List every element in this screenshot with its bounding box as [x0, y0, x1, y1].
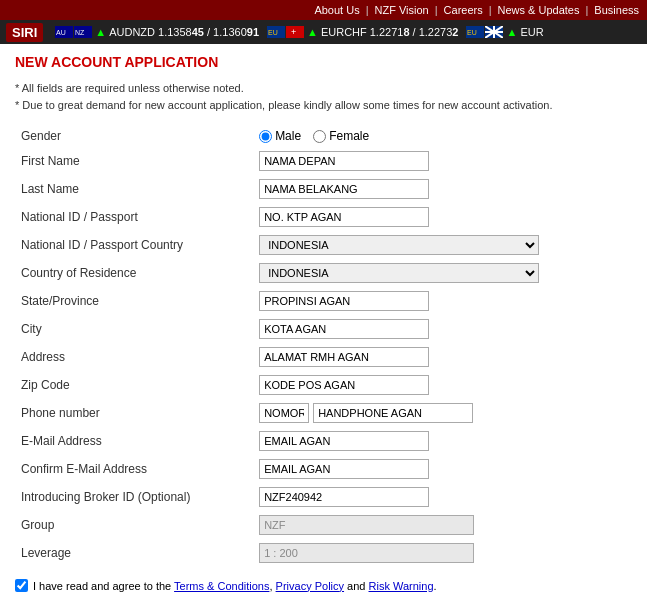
nav-sep-1: |	[366, 4, 369, 16]
aud-flag-icon: AU	[55, 26, 73, 38]
confirm-email-input[interactable]	[259, 459, 429, 479]
label-phone: Phone number	[15, 399, 253, 427]
field-first-name: First Name	[15, 147, 632, 175]
label-leverage: Leverage	[15, 539, 253, 567]
label-gender: Gender	[15, 125, 253, 147]
eur-flag-icon: EU	[267, 26, 285, 38]
gender-male-radio[interactable]	[259, 130, 272, 143]
label-email: E-Mail Address	[15, 427, 253, 455]
field-gender: Gender Male Female	[15, 125, 632, 147]
city-input[interactable]	[259, 319, 429, 339]
national-id-country-select[interactable]: INDONESIA MALAYSIA SINGAPORE	[259, 235, 539, 255]
first-name-input[interactable]	[259, 151, 429, 171]
note-required: * All fields are required unless otherwi…	[15, 80, 632, 113]
label-first-name: First Name	[15, 147, 253, 175]
label-national-id: National ID / Passport	[15, 203, 253, 231]
eurchf-pair: EURCHF	[321, 26, 367, 38]
page-content: NEW ACCOUNT APPLICATION * All fields are…	[0, 44, 647, 600]
address-input[interactable]	[259, 347, 429, 367]
phone-number-input[interactable]	[313, 403, 473, 423]
email-input[interactable]	[259, 431, 429, 451]
gender-female-label[interactable]: Female	[313, 129, 369, 143]
label-national-id-country: National ID / Passport Country	[15, 231, 253, 259]
label-state-province: State/Province	[15, 287, 253, 315]
field-last-name: Last Name	[15, 175, 632, 203]
nav-business[interactable]: Business	[594, 4, 639, 16]
gender-male-label[interactable]: Male	[259, 129, 301, 143]
label-address: Address	[15, 343, 253, 371]
terms-checkbox[interactable]	[15, 579, 28, 592]
gbp-flag-icon	[485, 26, 503, 38]
ticker-audnzd: AU NZ ▲ AUDNZD 1.135845 / 1.136091	[55, 26, 259, 38]
nav-about-us[interactable]: About Us	[314, 4, 359, 16]
label-zip-code: Zip Code	[15, 371, 253, 399]
field-email: E-Mail Address	[15, 427, 632, 455]
country-residence-select[interactable]: INDONESIA MALAYSIA SINGAPORE	[259, 263, 539, 283]
svg-text:NZ: NZ	[75, 29, 85, 36]
broker-id-input[interactable]	[259, 487, 429, 507]
top-navigation: About Us | NZF Vision | Careers | News &…	[0, 0, 647, 20]
field-country-residence: Country of Residence INDONESIA MALAYSIA …	[15, 259, 632, 287]
terms-checkbox-row: I have read and agree to the Terms & Con…	[15, 579, 632, 592]
label-country-residence: Country of Residence	[15, 259, 253, 287]
svg-text:EU: EU	[467, 29, 477, 36]
nav-sep-4: |	[586, 4, 589, 16]
field-group: Group	[15, 511, 632, 539]
terms-text: I have read and agree to the Terms & Con…	[33, 580, 437, 592]
field-national-id: National ID / Passport	[15, 203, 632, 231]
svg-text:AU: AU	[56, 29, 66, 36]
field-confirm-email: Confirm E-Mail Address	[15, 455, 632, 483]
field-broker-id: Introducing Broker ID (Optional)	[15, 483, 632, 511]
nav-sep-3: |	[489, 4, 492, 16]
gender-female-radio[interactable]	[313, 130, 326, 143]
field-state-province: State/Province	[15, 287, 632, 315]
ticker-eurchf: EU + ▲ EURCHF 1.22718 / 1.22732	[267, 26, 458, 38]
nav-sep-2: |	[435, 4, 438, 16]
nav-careers[interactable]: Careers	[444, 4, 483, 16]
ticker-logo: SIRI	[6, 23, 43, 42]
group-input	[259, 515, 474, 535]
field-phone: Phone number	[15, 399, 632, 427]
ticker-bar: SIRI AU NZ ▲ AUDNZD 1.135845 / 1.136091 …	[0, 20, 647, 44]
field-zip-code: Zip Code	[15, 371, 632, 399]
label-city: City	[15, 315, 253, 343]
eur2-flag-icon: EU	[466, 26, 484, 38]
nav-news[interactable]: News & Updates	[498, 4, 580, 16]
eur-pair: EUR	[520, 26, 543, 38]
svg-text:+: +	[291, 27, 296, 37]
last-name-input[interactable]	[259, 179, 429, 199]
chf-flag-icon: +	[286, 26, 304, 38]
field-national-id-country: National ID / Passport Country INDONESIA…	[15, 231, 632, 259]
risk-link[interactable]: Risk Warning	[369, 580, 434, 592]
label-confirm-email: Confirm E-Mail Address	[15, 455, 253, 483]
field-address: Address	[15, 343, 632, 371]
phone-country-code-input[interactable]	[259, 403, 309, 423]
field-leverage: Leverage	[15, 539, 632, 567]
label-last-name: Last Name	[15, 175, 253, 203]
leverage-input	[259, 543, 474, 563]
ticker-eur: EU ▲ EUR	[466, 26, 543, 38]
phone-group	[259, 403, 626, 423]
label-broker-id: Introducing Broker ID (Optional)	[15, 483, 253, 511]
svg-text:EU: EU	[268, 29, 278, 36]
zip-code-input[interactable]	[259, 375, 429, 395]
account-form: Gender Male Female First Name	[15, 125, 632, 567]
label-group: Group	[15, 511, 253, 539]
privacy-link[interactable]: Privacy Policy	[276, 580, 344, 592]
nzd-flag-icon: NZ	[74, 26, 92, 38]
field-city: City	[15, 315, 632, 343]
page-title: NEW ACCOUNT APPLICATION	[15, 54, 632, 70]
audnzd-pair: AUDNZD	[109, 26, 155, 38]
state-province-input[interactable]	[259, 291, 429, 311]
nav-nzf-vision[interactable]: NZF Vision	[375, 4, 429, 16]
terms-link[interactable]: Terms & Conditions	[174, 580, 269, 592]
national-id-input[interactable]	[259, 207, 429, 227]
gender-radio-group: Male Female	[259, 129, 626, 143]
